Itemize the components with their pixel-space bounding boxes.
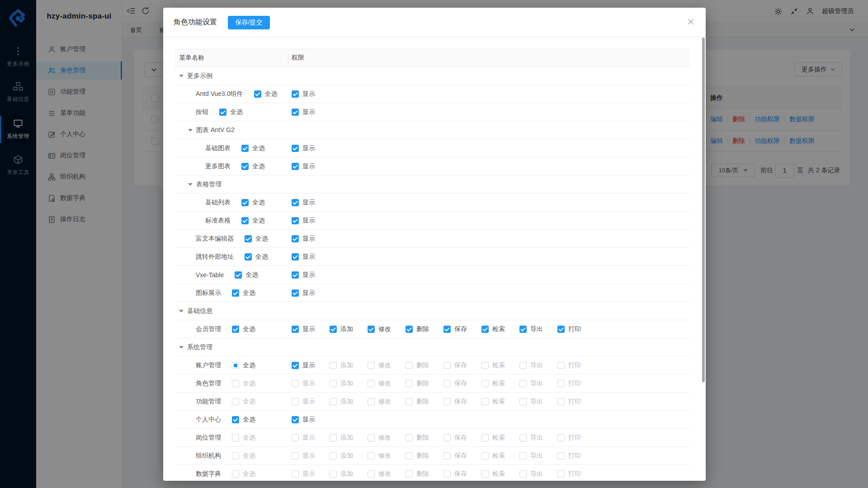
select-all-checkbox[interactable] [232,398,239,405]
permission-checkbox[interactable] [443,398,451,405]
permission-checkbox[interactable] [406,326,413,333]
permission-checkbox[interactable] [330,380,337,387]
permission-checkbox[interactable] [519,362,527,369]
permission-checkbox[interactable] [481,326,489,333]
permission-checkbox[interactable] [292,109,299,116]
permission-checkbox[interactable] [368,362,375,369]
permission-checkbox[interactable] [443,434,451,441]
permission-checkbox[interactable] [292,163,299,170]
permission-checkbox[interactable] [519,470,527,478]
permission-checkbox[interactable] [406,362,413,369]
permission-checkbox[interactable] [443,452,451,460]
permission-checkbox[interactable] [481,470,489,478]
permission-checkbox[interactable] [406,470,413,478]
select-all-checkbox[interactable] [232,289,239,297]
menu-name: 系统管理 [187,343,212,351]
select-all-checkbox[interactable] [241,217,249,224]
modal-scrollbar[interactable] [702,38,705,382]
permission-checkbox[interactable] [292,380,299,387]
permission-checkbox[interactable] [368,380,375,387]
permission-checkbox[interactable] [368,434,375,441]
permission-checkbox[interactable] [330,362,337,369]
expand-arrow-icon[interactable] [188,183,193,186]
select-all-checkbox[interactable] [241,145,249,152]
permission-checkbox[interactable] [443,362,451,369]
select-all-checkbox[interactable] [254,90,261,98]
permission-checkbox[interactable] [368,326,375,333]
permission-group: 导出 [519,325,543,333]
expand-arrow-icon[interactable] [179,310,184,313]
permission-checkbox[interactable] [481,398,489,405]
expand-arrow-icon[interactable] [179,346,184,349]
select-all-checkbox[interactable] [245,235,252,242]
permission-label: 打印 [568,470,581,478]
permission-checkbox[interactable] [481,362,489,369]
permission-checkbox[interactable] [557,362,565,369]
select-all-checkbox[interactable] [241,163,249,170]
permission-checkbox[interactable] [481,434,489,441]
permission-checkbox[interactable] [519,434,527,441]
permission-checkbox[interactable] [557,380,565,387]
permission-checkbox[interactable] [292,434,299,441]
permission-checkbox[interactable] [406,434,413,441]
select-all-checkbox[interactable] [219,109,226,116]
permission-checkbox[interactable] [557,398,565,405]
permission-checkbox[interactable] [292,199,299,206]
permission-checkbox[interactable] [519,326,527,333]
select-all-checkbox[interactable] [232,380,239,387]
permission-checkbox[interactable] [292,416,299,423]
permission-checkbox[interactable] [292,362,299,369]
permission-checkbox[interactable] [292,289,299,297]
permission-checkbox[interactable] [292,145,299,152]
select-all-checkbox[interactable] [245,253,252,261]
permission-checkbox[interactable] [292,271,299,279]
permission-checkbox[interactable] [557,434,565,441]
permission-label: 显示 [302,470,315,478]
select-all-checkbox[interactable] [232,416,239,423]
permission-group: 保存 [443,398,467,406]
permission-checkbox[interactable] [330,434,337,441]
permission-checkbox[interactable] [406,380,413,387]
permission-checkbox[interactable] [368,452,375,460]
permission-checkbox[interactable] [481,452,489,460]
permission-checkbox[interactable] [406,398,413,405]
permission-checkbox[interactable] [557,326,565,333]
expand-arrow-icon[interactable] [188,129,193,132]
select-all-checkbox[interactable] [241,199,249,206]
permission-checkbox[interactable] [330,470,337,478]
tree-group-row: 基础信息 [175,302,690,320]
permission-checkbox[interactable] [292,253,299,261]
permission-checkbox[interactable] [443,470,451,478]
select-all-checkbox[interactable] [235,271,242,279]
select-all-checkbox[interactable] [232,434,239,441]
expand-arrow-icon[interactable] [179,75,184,77]
save-submit-button[interactable]: 保存/提交 [228,16,270,29]
select-all-checkbox[interactable] [232,452,239,460]
permission-checkbox[interactable] [557,470,565,478]
permission-checkbox[interactable] [292,470,299,478]
permission-checkbox[interactable] [557,452,565,460]
close-icon[interactable] [687,18,696,27]
permission-checkbox[interactable] [368,398,375,405]
permission-checkbox[interactable] [519,380,527,387]
permission-checkbox[interactable] [292,326,299,333]
select-all-checkbox[interactable] [232,470,239,478]
permission-checkbox[interactable] [292,452,299,460]
permission-checkbox[interactable] [330,326,337,333]
permission-checkbox[interactable] [368,470,375,478]
permission-checkbox[interactable] [330,398,337,405]
permission-checkbox[interactable] [292,90,299,98]
permission-checkbox[interactable] [292,398,299,405]
permission-checkbox[interactable] [330,452,337,460]
permission-checkbox[interactable] [406,452,413,460]
permission-checkbox[interactable] [481,380,489,387]
permission-checkbox[interactable] [443,380,451,387]
permission-label: 检索 [492,452,505,460]
permission-checkbox[interactable] [292,217,299,224]
permission-checkbox[interactable] [292,235,299,242]
permission-checkbox[interactable] [519,452,527,460]
select-all-checkbox[interactable] [232,362,239,369]
permission-checkbox[interactable] [519,398,527,405]
select-all-checkbox[interactable] [232,326,239,333]
permission-checkbox[interactable] [443,326,451,333]
